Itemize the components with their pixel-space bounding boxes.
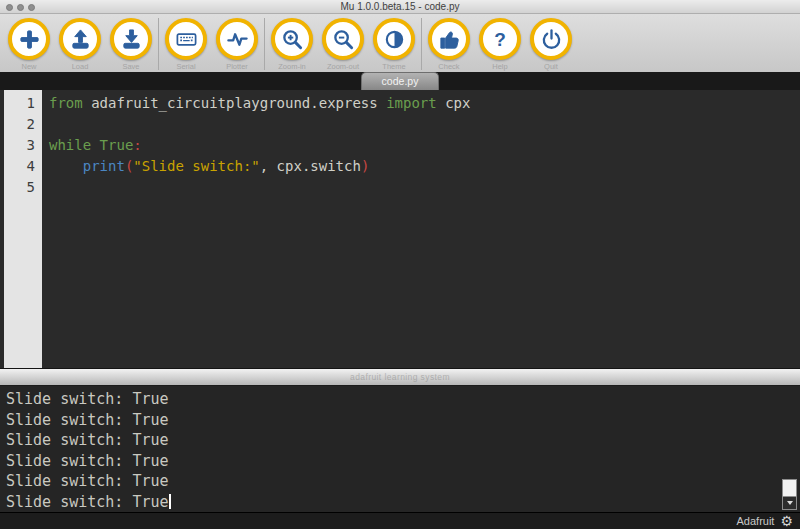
- toolbar-label: Check: [438, 62, 459, 71]
- serial-console[interactable]: Slide switch: TrueSlide switch: TrueSlid…: [0, 386, 800, 512]
- line-number: 5: [4, 177, 35, 198]
- console-line: Slide switch: True: [6, 389, 800, 410]
- toolbar-label: Zoom-in: [278, 62, 306, 71]
- line-number: 2: [4, 114, 35, 135]
- question-icon: ?: [494, 30, 506, 49]
- tab-code-py[interactable]: code.py: [361, 72, 440, 90]
- code-area[interactable]: from adafruit_circuitplayground.express …: [42, 90, 800, 368]
- line-number: 3: [4, 135, 35, 156]
- zoom-in-icon: [281, 28, 304, 51]
- help-button[interactable]: ? Help: [479, 18, 521, 71]
- toolbar-label: Theme: [382, 62, 405, 71]
- power-icon: [540, 28, 563, 51]
- toolbar-label: Quit: [544, 62, 558, 71]
- scrollbar-down-button[interactable]: [783, 497, 796, 508]
- line-number: 1: [4, 93, 35, 114]
- code-line: from adafruit_circuitplayground.express …: [49, 93, 800, 114]
- new-button[interactable]: New: [8, 18, 50, 71]
- keyboard-icon: [175, 28, 198, 51]
- toolbar-group-view: Zoom-in Zoom-out Theme: [265, 18, 421, 71]
- toolbar-label: Load: [72, 62, 89, 71]
- mode-indicator[interactable]: Adafruit: [737, 515, 775, 527]
- check-button[interactable]: Check: [428, 18, 470, 71]
- toolbar-label: New: [21, 62, 36, 71]
- serial-button[interactable]: Serial: [165, 18, 207, 71]
- upload-icon: [69, 28, 92, 51]
- theme-button[interactable]: Theme: [373, 18, 415, 71]
- pulse-icon: [226, 28, 249, 51]
- code-line: while True:: [49, 135, 800, 156]
- contrast-icon: [383, 28, 406, 51]
- toolbar: New Load Save Serial Plotter: [0, 14, 800, 72]
- console-line: Slide switch: True: [6, 471, 800, 492]
- mu-editor-window: Mu 1.0.0.beta.15 - code.py New Load Save…: [0, 0, 800, 529]
- tab-bar: code.py: [0, 72, 800, 90]
- save-button[interactable]: Save: [110, 18, 152, 71]
- download-icon: [120, 28, 143, 51]
- zoom-out-icon: [332, 28, 355, 51]
- toolbar-group-board: Serial Plotter: [159, 18, 264, 71]
- code-line: print("Slide switch:", cpx.switch): [49, 156, 800, 177]
- pane-splitter[interactable]: adafruit learning system: [0, 368, 800, 386]
- text-cursor: [169, 494, 171, 509]
- console-line: Slide switch: True: [6, 492, 800, 513]
- load-button[interactable]: Load: [59, 18, 101, 71]
- thumbs-up-icon: [438, 28, 461, 51]
- toolbar-label: Serial: [176, 62, 195, 71]
- toolbar-label: Zoom-out: [327, 62, 359, 71]
- code-line: [49, 177, 800, 198]
- console-scrollbar[interactable]: [782, 479, 797, 510]
- toolbar-label: Plotter: [226, 62, 248, 71]
- titlebar: Mu 1.0.0.beta.15 - code.py: [0, 0, 800, 14]
- traffic-lights: [6, 0, 35, 14]
- console-line: Slide switch: True: [6, 451, 800, 472]
- plotter-button[interactable]: Plotter: [216, 18, 258, 71]
- code-line: [49, 114, 800, 135]
- toolbar-label: Help: [492, 62, 507, 71]
- window-title: Mu 1.0.0.beta.15 - code.py: [341, 1, 460, 12]
- toolbar-group-file: New Load Save: [2, 18, 158, 71]
- plus-icon: [18, 28, 41, 51]
- scrollbar-thumb[interactable]: [783, 480, 796, 497]
- minimize-button[interactable]: [17, 4, 24, 11]
- chevron-down-icon: [787, 501, 793, 505]
- zoom-in-button[interactable]: Zoom-in: [271, 18, 313, 71]
- status-bar: Adafruit ⚙: [0, 512, 800, 529]
- line-number-gutter: 12345: [4, 90, 42, 368]
- code-editor: 12345 from adafruit_circuitplayground.ex…: [0, 90, 800, 368]
- gear-icon[interactable]: ⚙: [780, 514, 793, 528]
- watermark-text: adafruit learning system: [350, 372, 450, 382]
- quit-button[interactable]: Quit: [530, 18, 572, 71]
- toolbar-group-misc: Check ? Help Quit: [422, 18, 578, 71]
- toolbar-label: Save: [122, 62, 139, 71]
- console-output: Slide switch: TrueSlide switch: TrueSlid…: [6, 389, 800, 512]
- zoom-button[interactable]: [28, 4, 35, 11]
- console-line: Slide switch: True: [6, 410, 800, 431]
- close-button[interactable]: [6, 4, 13, 11]
- console-line: Slide switch: True: [6, 430, 800, 451]
- line-number: 4: [4, 156, 35, 177]
- zoom-out-button[interactable]: Zoom-out: [322, 18, 364, 71]
